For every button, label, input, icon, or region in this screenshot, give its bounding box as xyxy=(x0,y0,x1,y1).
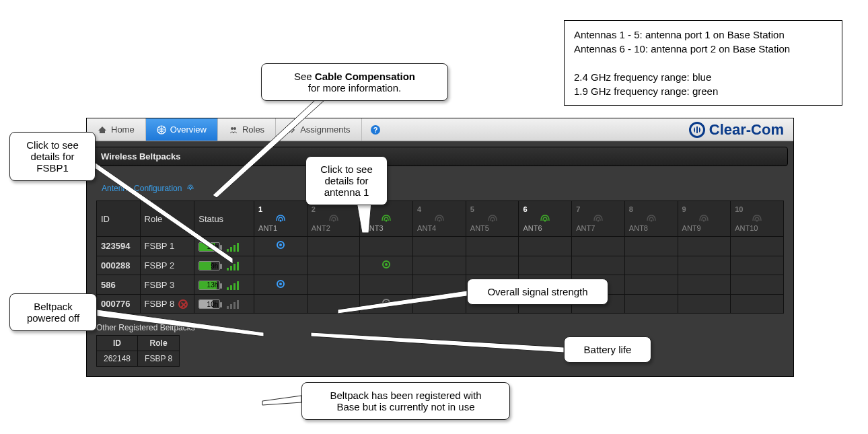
info-box: Antennas 1 - 5: antenna port 1 on Base S… xyxy=(564,20,842,106)
info-l1: Antennas 1 - 5: antenna port 1 on Base S… xyxy=(574,28,832,42)
callout-registered-text: Beltpack has been registered with Base b… xyxy=(330,390,481,412)
callout-poweredoff-text: Beltpack powered off xyxy=(27,301,79,324)
callout-registered: Beltpack has been registered with Base b… xyxy=(301,382,510,420)
callout-signal-text: Overall signal strength xyxy=(487,286,587,297)
callout-antenna1: Click to see details for antenna 1 xyxy=(305,156,388,205)
callout-fsbp1: Click to see details for FSBP1 xyxy=(9,132,96,181)
callout-battery: Battery life xyxy=(564,336,651,363)
callout-signal: Overall signal strength xyxy=(467,279,608,305)
callout-antenna1-text: Click to see details for antenna 1 xyxy=(320,164,373,198)
callout-battery-text: Battery life xyxy=(584,344,632,355)
callout-poweredoff: Beltpack powered off xyxy=(9,293,97,331)
callout-cc-a: See xyxy=(294,71,315,82)
callout-fsbp1-text: Click to see details for FSBP1 xyxy=(26,139,79,174)
info-l4: 1.9 GHz frequency range: green xyxy=(574,84,832,98)
callout-cc-c: for more information. xyxy=(308,82,401,94)
callout-cablecomp: See Cable Compensation for more informat… xyxy=(261,63,448,101)
info-l3: 2.4 GHz frequency range: blue xyxy=(574,70,832,84)
svg-marker-22 xyxy=(262,396,301,405)
info-l2: Antennas 6 - 10: antenna port 2 on Base … xyxy=(574,42,832,56)
callout-cc-b: Cable Compensation xyxy=(315,71,415,82)
